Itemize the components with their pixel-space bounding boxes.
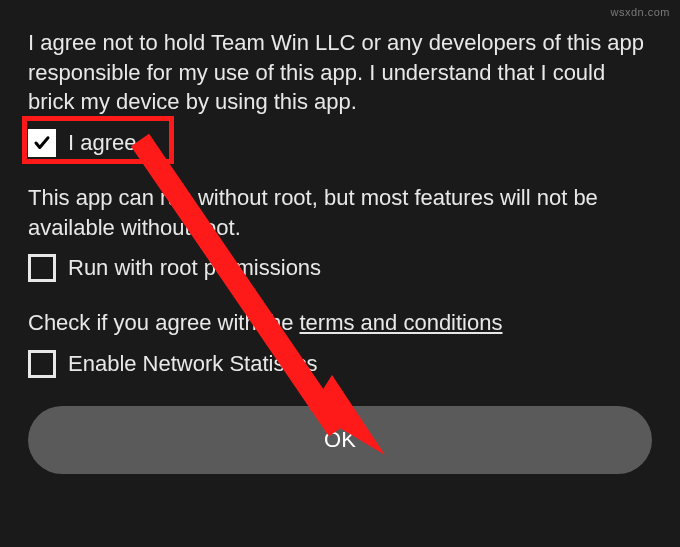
- liability-text: I agree not to hold Team Win LLC or any …: [28, 28, 652, 117]
- run-root-label: Run with root permissions: [68, 255, 321, 281]
- agree-label: I agree: [68, 130, 137, 156]
- enable-stats-checkbox[interactable]: [28, 350, 56, 378]
- run-root-checkbox-row[interactable]: Run with root permissions: [28, 254, 652, 282]
- run-root-checkbox[interactable]: [28, 254, 56, 282]
- terms-text: Check if you agree with the terms and co…: [28, 308, 652, 338]
- agree-checkbox[interactable]: [28, 129, 56, 157]
- terms-link[interactable]: terms and conditions: [299, 310, 502, 335]
- terms-prefix: Check if you agree with the: [28, 310, 299, 335]
- root-info-text: This app can run without root, but most …: [28, 183, 652, 242]
- ok-button[interactable]: OK: [28, 406, 652, 474]
- agree-checkbox-row[interactable]: I agree: [28, 129, 652, 157]
- enable-stats-label: Enable Network Statistics: [68, 351, 317, 377]
- enable-stats-checkbox-row[interactable]: Enable Network Statistics: [28, 350, 652, 378]
- watermark-text: wsxdn.com: [610, 6, 670, 18]
- checkmark-icon: [33, 134, 51, 152]
